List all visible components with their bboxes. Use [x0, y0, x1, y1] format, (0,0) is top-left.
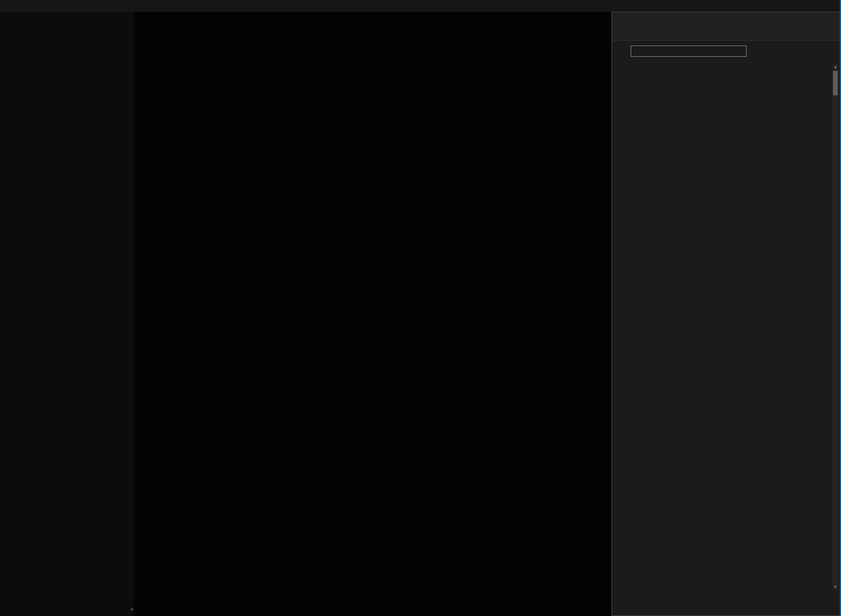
- scroll-down-arrow[interactable]: ▼: [832, 584, 838, 590]
- sidebar: ▼: [0, 12, 134, 616]
- screenshot-camera-icon[interactable]: [751, 2, 759, 10]
- aquacomputer-spiral-logo: [2, 606, 13, 616]
- close-button[interactable]: [829, 2, 837, 10]
- overlay-layers-icon[interactable]: [766, 2, 775, 10]
- title-bar: [0, 0, 841, 12]
- datasource-search-input[interactable]: [631, 45, 747, 57]
- window-edge-accent: [840, 0, 841, 616]
- app-window: ▼ ▲ ▼: [0, 0, 841, 616]
- minimize-button[interactable]: [797, 2, 806, 10]
- panel-search-row: [612, 40, 840, 62]
- scrollbar-thumb[interactable]: [833, 71, 838, 95]
- aquacomputer-dots-logo: [1, 28, 14, 70]
- datasource-tree: [612, 65, 832, 594]
- search-icon: [618, 47, 626, 55]
- scroll-up-arrow[interactable]: ▲: [832, 64, 838, 70]
- panel-header: [612, 12, 840, 41]
- panel-scrollbar[interactable]: ▲ ▼: [832, 64, 838, 590]
- brand-vertical-text: [0, 491, 12, 607]
- maximize-button[interactable]: [813, 2, 821, 10]
- sidebar-scroll-down-arrow[interactable]: ▼: [129, 607, 134, 614]
- info-icon[interactable]: [782, 2, 790, 10]
- apply-arrow-icon[interactable]: [619, 19, 633, 33]
- datasource-panel: ▲ ▼: [612, 12, 841, 616]
